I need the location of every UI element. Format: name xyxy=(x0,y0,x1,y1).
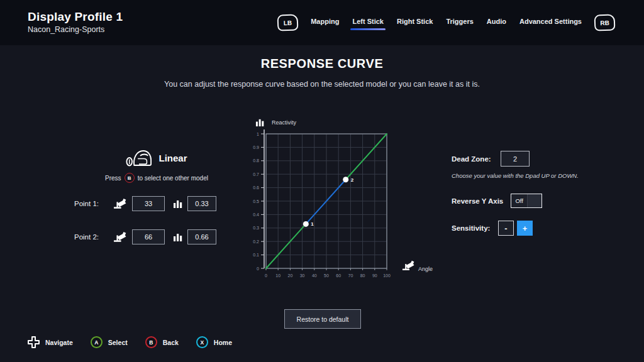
response-curve-chart: 010203040506070809010000.10.20.30.40.50.… xyxy=(247,116,441,283)
settings-panel: Dead Zone: 2 Choose your value with the … xyxy=(452,151,616,236)
point1-reactivity-input[interactable]: 0.33 xyxy=(187,196,216,211)
model-hint-suffix: to select one other model xyxy=(138,175,208,182)
model-name: Linear xyxy=(158,153,187,163)
model-panel: Linear Press B to select one other model… xyxy=(74,146,239,244)
svg-text:1: 1 xyxy=(257,132,259,136)
tab-audio[interactable]: Audio xyxy=(486,15,507,30)
hint-navigate-label: Navigate xyxy=(45,339,73,346)
profile-subtitle: Nacon_Racing-Sports xyxy=(28,25,123,34)
point1-label: Point 1: xyxy=(74,200,112,207)
svg-text:0.7: 0.7 xyxy=(253,172,259,177)
sensitivity-decrease-button[interactable]: - xyxy=(498,221,514,236)
pedal-icon xyxy=(113,198,128,210)
svg-text:0.2: 0.2 xyxy=(253,239,259,244)
svg-text:60: 60 xyxy=(336,273,341,278)
footer-hints: Navigate A Select B Back X Home xyxy=(28,336,232,348)
toggle-knob xyxy=(527,194,541,207)
rb-button-icon: RB xyxy=(594,14,616,31)
svg-text:0.5: 0.5 xyxy=(253,199,259,204)
svg-text:0.3: 0.3 xyxy=(253,226,259,230)
point2-reactivity-input[interactable]: 0.66 xyxy=(187,229,216,244)
svg-text:70: 70 xyxy=(348,273,353,278)
svg-text:0.4: 0.4 xyxy=(253,212,259,217)
model-hint-prefix: Press xyxy=(105,175,121,182)
hint-select-label: Select xyxy=(108,339,128,346)
point2-row: Point 2: 66 0.66 xyxy=(74,229,239,244)
svg-text:0.9: 0.9 xyxy=(253,145,259,150)
page-title: RESPONSE CURVE xyxy=(0,57,644,71)
b-button-icon: B xyxy=(125,173,135,183)
tab-mapping[interactable]: Mapping xyxy=(310,15,340,30)
reverse-y-axis-row: Reverse Y Axis Off xyxy=(452,194,616,208)
svg-text:0.8: 0.8 xyxy=(253,158,259,163)
reactivity-bars-icon xyxy=(173,232,183,242)
dead-zone-hint: Choose your value with the Dpad UP or DO… xyxy=(452,172,616,179)
point1-angle-input[interactable]: 33 xyxy=(132,196,165,211)
svg-text:0.1: 0.1 xyxy=(253,253,259,257)
hint-back-label: Back xyxy=(163,339,179,346)
point1-row: Point 1: 33 0.33 xyxy=(74,196,239,211)
app-window: Display Profile 1 Nacon_Racing-Sports LB… xyxy=(0,0,644,362)
sensitivity-increase-button[interactable]: + xyxy=(517,221,533,236)
point2-angle-input[interactable]: 66 xyxy=(132,229,165,244)
reverse-y-axis-toggle[interactable]: Off xyxy=(511,194,542,208)
model-selector: Linear xyxy=(74,146,239,170)
reverse-y-axis-label: Reverse Y Axis xyxy=(452,197,511,205)
lb-button-icon: LB xyxy=(277,14,299,31)
header-bar: Display Profile 1 Nacon_Racing-Sports LB… xyxy=(0,0,644,45)
svg-text:90: 90 xyxy=(372,273,377,278)
hint-select: A Select xyxy=(91,336,128,348)
svg-text:Angle: Angle xyxy=(418,266,433,272)
hint-back: B Back xyxy=(145,336,179,348)
a-button-icon: A xyxy=(91,336,103,348)
tab-right-stick[interactable]: Right Stick xyxy=(396,15,433,30)
tab-advanced-settings[interactable]: Advanced Settings xyxy=(519,15,582,30)
svg-text:50: 50 xyxy=(324,273,329,278)
reactivity-bars-icon xyxy=(173,199,183,209)
tab-left-stick[interactable]: Left Stick xyxy=(352,15,384,30)
dead-zone-row: Dead Zone: 2 xyxy=(452,151,616,167)
tab-triggers[interactable]: Triggers xyxy=(445,15,474,30)
svg-text:0: 0 xyxy=(257,266,259,271)
dead-zone-input[interactable]: 2 xyxy=(501,151,530,167)
svg-text:0: 0 xyxy=(265,273,267,278)
svg-text:20: 20 xyxy=(288,273,293,278)
svg-text:2: 2 xyxy=(351,177,354,183)
hint-home-label: Home xyxy=(214,339,232,346)
page-description: You can adjust the response curve based … xyxy=(0,80,644,89)
sensitivity-row: Sensitivity: - + xyxy=(452,221,616,236)
dpad-icon xyxy=(28,336,40,348)
b-button-icon: B xyxy=(145,336,157,348)
helmet-icon xyxy=(126,148,152,168)
x-button-icon: X xyxy=(196,336,208,348)
hint-navigate: Navigate xyxy=(28,336,73,348)
svg-text:Reactivity: Reactivity xyxy=(272,119,297,126)
pedal-icon xyxy=(113,231,128,243)
dead-zone-label: Dead Zone: xyxy=(452,155,501,163)
svg-text:30: 30 xyxy=(300,273,305,278)
hint-home: X Home xyxy=(196,336,232,348)
svg-text:100: 100 xyxy=(383,273,391,278)
profile-title: Display Profile 1 xyxy=(28,10,123,24)
toggle-state-label: Off xyxy=(511,194,527,207)
top-nav: LB Mapping Left Stick Right Stick Trigge… xyxy=(277,14,615,31)
svg-text:40: 40 xyxy=(312,273,317,278)
point2-label: Point 2: xyxy=(74,233,112,241)
svg-text:0.6: 0.6 xyxy=(253,185,259,190)
svg-text:10: 10 xyxy=(275,273,280,278)
svg-text:80: 80 xyxy=(360,273,365,278)
model-hint: Press B to select one other model xyxy=(74,173,239,183)
sensitivity-label: Sensitivity: xyxy=(452,224,498,232)
svg-text:1: 1 xyxy=(311,221,314,227)
restore-default-button[interactable]: Restore to default xyxy=(284,309,361,329)
profile-info: Display Profile 1 Nacon_Racing-Sports xyxy=(28,10,123,34)
